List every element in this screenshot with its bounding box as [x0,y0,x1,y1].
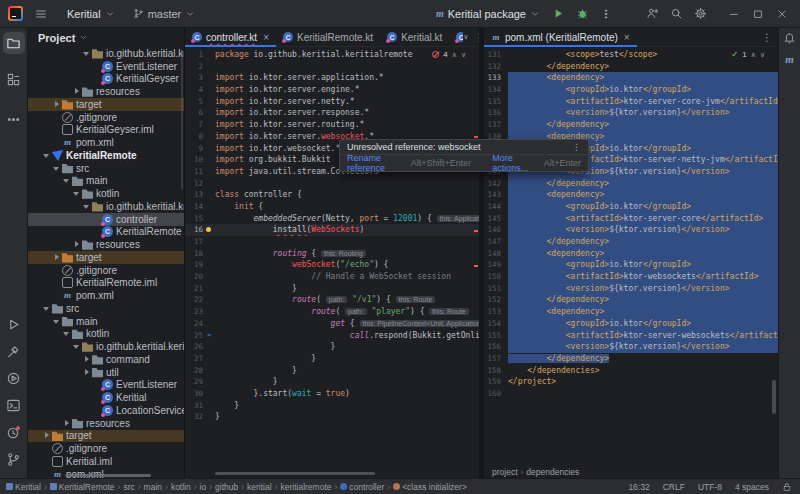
run-configuration-button[interactable]: m Keritial package [430,5,546,23]
code-line-23[interactable]: 23 route( path: "player") { this: Route [185,306,479,318]
code-text[interactable]: </dependency> [508,236,778,248]
code-text[interactable]: <artifactId>ktor-server-core</artifactId… [508,213,778,225]
code-text[interactable]: </dependency> [508,61,778,73]
tree-item-keritial[interactable]: CKeritial [28,391,184,404]
code-text[interactable]: class controller { [215,189,479,201]
code-text[interactable] [215,236,479,248]
code-line-19[interactable]: 19 webSocket("/echo") { [185,259,479,271]
code-text[interactable]: <groupId>io.ktor</groupId> [508,318,778,330]
line-number-27[interactable]: 27 [185,353,203,365]
code-text[interactable]: </dependency> [508,119,778,131]
tab-controller-kt[interactable]: Ccontroller.kt× [185,28,276,46]
code-line-157[interactable]: 157 </dependency> [484,353,778,365]
line-number-28[interactable]: 28 [185,365,203,377]
code-text[interactable]: <dependency> [508,306,778,318]
code-line-137[interactable]: 137 </dependency> [484,119,778,131]
line-number-16[interactable]: 16 [185,224,203,236]
line-number-151[interactable]: 151 [484,283,501,295]
breadcrumb-github[interactable]: github [215,482,238,492]
editor-vertical-scrollbar[interactable] [772,380,776,414]
code-line-5[interactable]: 5import io.ktor.server.netty.* [185,96,479,108]
code-text[interactable]: init { [215,201,479,213]
code-text[interactable]: <dependency> [508,72,778,84]
line-number-134[interactable]: 134 [484,84,501,96]
line-number-12[interactable]: 12 [185,178,203,190]
code-line-145[interactable]: 145 <artifactId>ktor-server-core</artifa… [484,213,778,225]
line-number-29[interactable]: 29 [185,376,203,388]
main-menu-button[interactable] [29,4,53,24]
code-text[interactable]: get { this: PipelineContext<Unit, Applic… [215,318,479,330]
breadcrumb-keritial[interactable]: Keritial [6,482,41,492]
line-number-144[interactable]: 144 [484,201,501,213]
code-line-152[interactable]: 152 </dependency> [484,294,778,306]
line-number-146[interactable]: 146 [484,224,501,236]
tool-services-button[interactable] [3,367,25,389]
breadcrumb-keritial[interactable]: keritial [247,482,272,492]
line-separator-widget[interactable]: CRLF [663,482,685,492]
tree-item-resources[interactable]: resources [28,238,184,251]
tree-item-gitignore[interactable]: .gitignore [28,442,184,455]
code-text[interactable]: }.start(wait = true) [215,388,479,400]
project-panel-header[interactable]: Project [28,28,184,47]
line-number-157[interactable]: 157 [484,353,501,365]
code-text[interactable]: </dependency> [508,178,778,190]
suspend-call-gutter-icon[interactable]: » [203,330,215,342]
code-text[interactable]: <dependency> [508,248,778,260]
tree-item-gitignore[interactable]: .gitignore [28,111,184,124]
tree-item-src[interactable]: src [28,302,184,315]
line-number-13[interactable]: 13 [185,189,203,201]
code-editor-pom-xml[interactable]: ✓ 1 ∧ ∨ 131 <scope>test</scope>132 </dep… [484,47,778,466]
show-hidden-tabs-icon[interactable]: ∨ [463,33,468,41]
line-number-31[interactable]: 31 [185,400,203,412]
code-line-22[interactable]: 22 route( path: "/v1") { this: Route [185,294,479,306]
line-number-6[interactable]: 6 [185,107,203,119]
tree-item-resources[interactable]: resources [28,85,184,98]
code-text[interactable] [508,388,778,400]
tree-toggle-icon[interactable] [82,368,91,377]
tree-item-eventlistener[interactable]: CEventListener [28,60,184,73]
tree-toggle-icon[interactable] [52,100,61,109]
maximize-button[interactable] [746,4,770,24]
code-text[interactable] [215,61,479,73]
code-line-160[interactable]: 160 [484,388,778,400]
code-text[interactable]: import io.ktor.server.application.* [215,72,479,84]
indent-widget[interactable]: 4 spaces [735,482,769,492]
inspections-widget-left[interactable]: 4 ∧ ∨ [427,49,471,60]
code-text[interactable]: } [215,283,479,295]
tree-item-pom-xml[interactable]: mpom.xml [28,136,184,149]
line-number-159[interactable]: 159 [484,376,501,388]
code-line-2[interactable]: 2 [185,61,479,73]
prev-problem-icon[interactable]: ∧ [452,51,457,59]
code-text[interactable]: <artifactId>ktor-server-core-jvm</artifa… [508,96,778,108]
code-text[interactable]: } [215,353,479,365]
line-number-133[interactable]: 133 [484,72,501,84]
code-text[interactable]: } [215,365,479,377]
code-line-136[interactable]: 136 <version>${ktor.version}</version> [484,107,778,119]
line-number-23[interactable]: 23 [185,306,203,318]
line-number-11[interactable]: 11 [185,166,203,178]
line-number-160[interactable]: 160 [484,388,501,400]
lock-icon[interactable] [782,482,792,492]
tree-item-io-github-keritial-keritialgeyser[interactable]: io.github.keritial.keritialgeyser [28,47,184,60]
notifications-bell-icon[interactable] [783,32,796,45]
line-number-143[interactable]: 143 [484,189,501,201]
code-line-6[interactable]: 6import io.ktor.server.response.* [185,107,479,119]
code-text[interactable]: install(WebSockets) [215,224,479,236]
close-button[interactable] [770,4,794,24]
tree-toggle-icon[interactable] [42,431,51,440]
breadcrumb-main[interactable]: main [144,482,162,492]
next-problem-icon[interactable]: ∨ [461,51,466,59]
code-line-142[interactable]: 142 </dependency> [484,178,778,190]
code-text[interactable]: </dependency> [508,353,778,365]
code-line-21[interactable]: 21 } [185,283,479,295]
line-number-136[interactable]: 136 [484,107,501,119]
tree-toggle-icon[interactable] [42,151,51,160]
editor-horizontal-scrollbar[interactable] [215,472,375,475]
line-number-5[interactable]: 5 [185,96,203,108]
code-line-154[interactable]: 154 <groupId>io.ktor</groupId> [484,318,778,330]
line-number-8[interactable]: 8 [185,131,203,143]
tab-even[interactable]: CEven [449,28,463,46]
tool-project-button[interactable] [3,32,25,54]
line-number-150[interactable]: 150 [484,271,501,283]
tool-terminal-button[interactable] [3,394,25,416]
